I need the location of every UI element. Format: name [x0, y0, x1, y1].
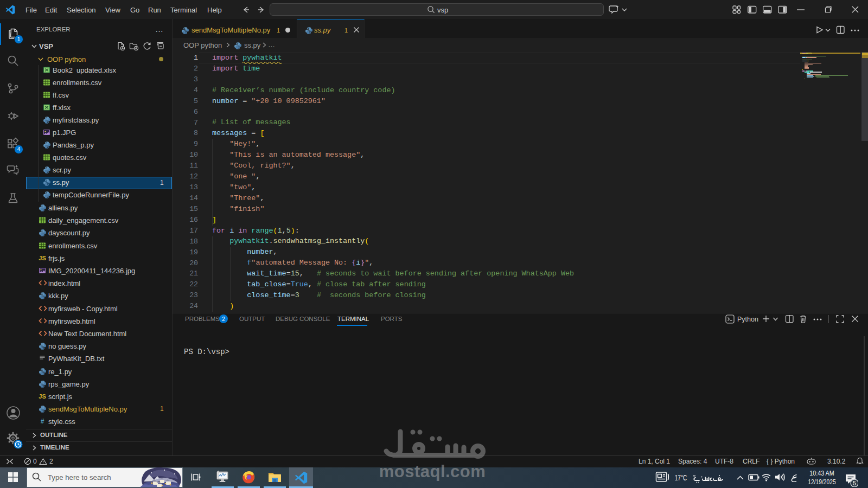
svg-text:5: 5 [853, 480, 856, 486]
svg-text:4: 4 [17, 146, 21, 152]
svg-text:1: 1 [17, 36, 21, 42]
